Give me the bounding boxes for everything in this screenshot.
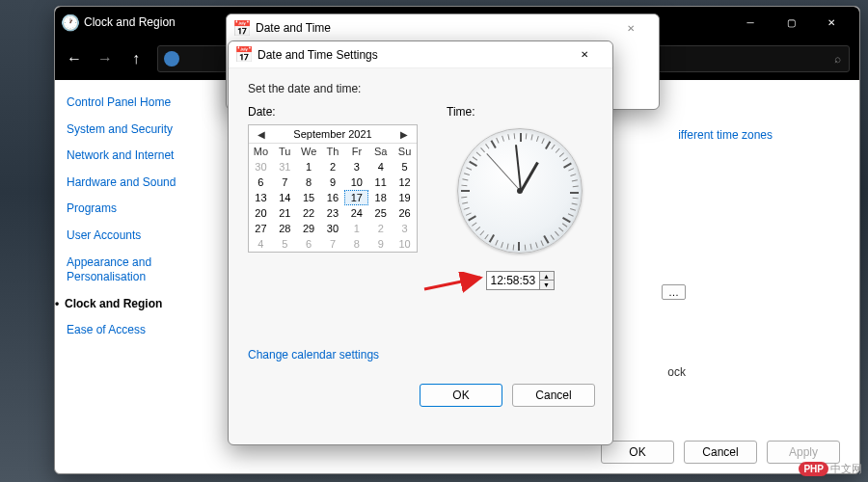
calendar-clock-icon: 📅 — [236, 47, 252, 63]
calendar-day[interactable]: 1 — [344, 221, 368, 236]
calendar-day[interactable]: 25 — [368, 205, 393, 221]
calendar-day[interactable]: 20 — [249, 205, 273, 221]
sidebar-item[interactable]: Appearance and Personalisation — [67, 255, 217, 285]
spinner-up[interactable]: ▲ — [540, 272, 554, 281]
sidebar-item[interactable]: Ease of Access — [67, 323, 217, 338]
calendar-dow: Tu — [273, 144, 297, 159]
calendar-day[interactable]: 30 — [249, 159, 273, 174]
apply-button[interactable]: Apply — [767, 441, 840, 464]
control-panel-buttons: OK Cancel Apply — [601, 441, 840, 464]
calendar-day[interactable]: 14 — [273, 190, 297, 205]
calendar-day[interactable]: 23 — [321, 205, 345, 221]
calendar-day[interactable]: 16 — [321, 190, 345, 205]
calendar-day[interactable]: 2 — [368, 221, 393, 236]
calendar-day[interactable]: 8 — [344, 236, 368, 252]
calendar-day[interactable]: 4 — [368, 159, 393, 174]
calendar-day[interactable]: 13 — [249, 190, 273, 205]
calendar-day[interactable]: 10 — [393, 236, 417, 252]
calendar-day[interactable]: 27 — [249, 221, 273, 236]
close-button[interactable]: ✕ — [564, 41, 605, 68]
sidebar-item[interactable]: Clock and Region — [67, 297, 217, 312]
date-label: Date: — [248, 105, 418, 119]
calendar-day[interactable]: 6 — [297, 236, 321, 252]
spinner-down[interactable]: ▼ — [540, 281, 554, 289]
calendar-dow: Th — [321, 144, 345, 159]
back-button[interactable]: ← — [65, 50, 84, 67]
calendar-day[interactable]: 4 — [249, 236, 273, 252]
calendar-day[interactable]: 30 — [321, 221, 345, 236]
calendar-day[interactable]: 11 — [368, 174, 393, 190]
calendar-month-label[interactable]: September 2021 — [268, 128, 397, 140]
calendar-day[interactable]: 29 — [297, 221, 321, 236]
cancel-button[interactable]: Cancel — [512, 384, 595, 407]
clock-region-icon: 🕐 — [63, 14, 78, 30]
sidebar-item[interactable]: Network and Internet — [67, 148, 217, 164]
calendar-day[interactable]: 2 — [321, 159, 345, 174]
calendar-dow: Sa — [368, 144, 393, 159]
cancel-button[interactable]: Cancel — [684, 441, 757, 464]
minimize-button[interactable]: ─ — [730, 9, 771, 36]
prev-month-button[interactable]: ◀ — [255, 129, 268, 140]
settings-dialog-buttons: OK Cancel — [229, 372, 612, 418]
sidebar-item[interactable]: Hardware and Sound — [67, 175, 217, 191]
calendar-day[interactable]: 17 — [344, 190, 368, 205]
calendar-day[interactable]: 5 — [393, 159, 417, 174]
sidebar-item[interactable]: System and Security — [67, 122, 217, 138]
window-controls: ─ ▢ ✕ — [730, 9, 852, 36]
ok-button[interactable]: OK — [601, 441, 674, 464]
forward-button[interactable]: → — [95, 50, 115, 67]
calendar-day[interactable]: 21 — [273, 205, 297, 221]
close-button[interactable]: ✕ — [811, 9, 852, 36]
timezone-link-fragment[interactable]: ifferent time zones — [678, 128, 773, 142]
calendar-day[interactable]: 9 — [321, 174, 345, 190]
calendar-day[interactable]: 7 — [321, 236, 345, 252]
calendar-grid: MoTuWeThFrSaSu30311234567891011121314151… — [249, 144, 417, 252]
calendar-dow: Fr — [344, 144, 368, 159]
calendar-day[interactable]: 31 — [273, 159, 297, 174]
watermark-badge: PHP — [799, 462, 828, 476]
settings-content: Set the date and time: Date: ◀ September… — [229, 68, 612, 372]
date-time-settings-dialog: 📅 Date and Time Settings ✕ Set the date … — [228, 40, 613, 445]
analog-clock — [457, 128, 583, 254]
calendar-day[interactable]: 19 — [393, 190, 417, 205]
date-column: Date: ◀ September 2021 ▶ MoTuWeThFrSaSu3… — [248, 105, 418, 290]
calendar-day[interactable]: 1 — [297, 159, 321, 174]
calendar-day[interactable]: 28 — [273, 221, 297, 236]
minute-hand — [515, 145, 522, 191]
calendar-day[interactable]: 22 — [297, 205, 321, 221]
control-panel-sidebar: Control Panel Home System and SecurityNe… — [55, 80, 229, 473]
calendar-day[interactable]: 3 — [393, 221, 417, 236]
sidebar-item[interactable]: Programs — [67, 201, 217, 217]
calendar-day[interactable]: 3 — [344, 159, 368, 174]
calendar-settings-link[interactable]: Change calendar settings — [248, 348, 379, 362]
calendar-day[interactable]: 8 — [297, 174, 321, 190]
settings-title: Date and Time Settings — [258, 48, 564, 62]
clock-text-fragment: ock — [667, 365, 686, 379]
date-time-title: Date and Time — [256, 21, 610, 35]
up-button[interactable]: ↑ — [126, 50, 146, 67]
calendar-day[interactable]: 6 — [249, 174, 273, 190]
calendar-day[interactable]: 18 — [368, 190, 393, 205]
close-button[interactable]: ✕ — [610, 14, 651, 41]
search-box[interactable]: ⌕ — [657, 45, 850, 72]
calendar-day[interactable]: 7 — [273, 174, 297, 190]
sidebar-home[interactable]: Control Panel Home — [67, 95, 217, 111]
time-column: Time: ▲ ▼ — [447, 105, 593, 290]
next-month-button[interactable]: ▶ — [397, 129, 411, 140]
time-input[interactable] — [486, 271, 540, 290]
calendar-day[interactable]: 15 — [297, 190, 321, 205]
calendar-day[interactable]: 12 — [393, 174, 417, 190]
calendar-day[interactable]: 9 — [368, 236, 393, 252]
calendar-dow: We — [297, 144, 321, 159]
calendar-day[interactable]: 24 — [344, 205, 368, 221]
change-button-fragment[interactable]: … — [662, 284, 686, 300]
calendar-day[interactable]: 5 — [273, 236, 297, 252]
sidebar-item[interactable]: User Accounts — [67, 228, 217, 244]
instruction-label: Set the date and time: — [248, 82, 593, 95]
calendar-dow: Su — [393, 144, 417, 159]
calendar-day[interactable]: 26 — [393, 205, 417, 221]
ok-button[interactable]: OK — [420, 384, 502, 407]
date-time-titlebar: 📅 Date and Time ✕ — [227, 14, 659, 41]
maximize-button[interactable]: ▢ — [771, 9, 811, 36]
calendar-day[interactable]: 10 — [344, 174, 368, 190]
